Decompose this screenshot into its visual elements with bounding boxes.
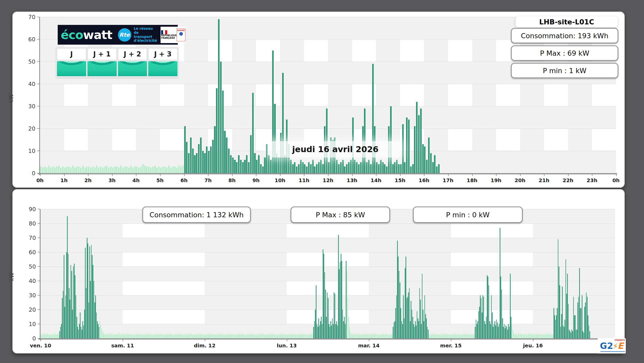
date-label: jeudi 16 avril 2026: [269, 141, 401, 158]
plot-band-cell: [424, 84, 448, 106]
ecowatt-signal-image-j1[interactable]: [87, 61, 117, 76]
standby-bar: [100, 326, 101, 338]
gridline: [41, 252, 615, 252]
standby-bar: [158, 335, 159, 338]
standby-bar: [42, 333, 43, 338]
ecowatt-signal-image-j3[interactable]: [148, 61, 177, 76]
consumption-bar: [566, 294, 567, 338]
standby-bar: [513, 333, 514, 338]
standby-bar: [104, 166, 106, 173]
consumption-bar: [424, 146, 425, 173]
x-tick: [232, 174, 233, 176]
consumption-bar: [270, 160, 272, 173]
consumption-bar: [477, 324, 477, 338]
x-tick: [533, 339, 533, 341]
consumption-bar: [557, 308, 558, 338]
standby-bar: [213, 334, 214, 338]
x-tick-label: 5h: [156, 177, 164, 183]
standby-bar: [174, 334, 175, 338]
consumption-bar: [248, 162, 250, 173]
standby-bar: [531, 333, 532, 338]
x-tick: [496, 174, 497, 176]
gridline: [40, 84, 616, 84]
ecowatt-signal-image-j[interactable]: [57, 61, 86, 76]
standby-bar: [541, 335, 541, 338]
standby-bar: [182, 165, 184, 173]
standby-bar: [351, 334, 352, 338]
consumption-bar: [585, 302, 586, 338]
standby-bar: [439, 334, 440, 338]
standby-bar: [539, 334, 540, 338]
day-button-j1[interactable]: J + 1: [87, 48, 117, 60]
standby-bar: [249, 334, 250, 338]
standby-bar: [463, 333, 464, 338]
consumption-bar: [428, 330, 429, 338]
consumption-bar: [258, 155, 260, 173]
standby-bar: [241, 334, 242, 338]
ademe-logo: ADEME: [177, 28, 185, 41]
ecowatt-signal-image-j2[interactable]: [118, 61, 147, 76]
x-tick: [328, 174, 329, 176]
standby-bar: [536, 335, 536, 338]
y-tick-label: 20: [20, 125, 35, 132]
consumption-bar: [74, 264, 75, 338]
consumption-bar: [344, 317, 345, 338]
standby-bar: [469, 335, 470, 338]
consumption-bar: [323, 249, 323, 338]
consumption-bar: [394, 322, 394, 338]
consumption-bar: [326, 109, 328, 173]
standby-bar: [202, 335, 203, 338]
plot-band-cell: [136, 84, 160, 106]
x-tick: [280, 174, 281, 176]
day-button-j2[interactable]: J + 2: [118, 48, 147, 60]
standby-bar: [239, 334, 240, 338]
standby-bar: [265, 335, 266, 338]
standby-bar: [160, 333, 161, 338]
standby-bar: [58, 335, 59, 338]
consumption-bar: [489, 285, 489, 338]
x-tick-label: 12h: [323, 177, 333, 183]
day-button-j3[interactable]: J + 3: [148, 48, 177, 60]
plot-band-cell: [280, 39, 304, 62]
consumption-bar: [589, 331, 590, 338]
consumption-bar: [497, 322, 498, 338]
consumption-bar: [82, 321, 83, 338]
consumption-bar: [575, 315, 576, 338]
standby-bar: [134, 166, 136, 173]
standby-bar: [375, 334, 375, 338]
consumption-bar: [412, 310, 412, 338]
standby-bar: [353, 335, 354, 338]
standby-bar: [130, 333, 130, 338]
consumption-bar: [236, 162, 237, 173]
plot-band-cell: [88, 84, 112, 106]
standby-bar: [149, 334, 150, 338]
standby-bar: [518, 333, 519, 338]
standby-bar: [124, 166, 126, 173]
standby-bar: [141, 335, 141, 338]
consumption-bar: [399, 271, 400, 338]
consumption-bar: [418, 115, 420, 173]
consumption-bar: [409, 288, 410, 338]
standby-bar: [295, 334, 296, 338]
standby-bar: [217, 335, 218, 338]
day-button-j[interactable]: J: [57, 48, 86, 60]
consumption-bar: [583, 333, 584, 338]
standby-bar: [120, 335, 121, 338]
standby-bar: [123, 334, 123, 338]
consumption-bar: [412, 317, 413, 338]
consumption-bar: [80, 312, 81, 338]
standby-bar: [544, 335, 545, 338]
standby-bar: [372, 334, 373, 338]
standby-bar: [367, 334, 368, 338]
standby-bar: [230, 333, 230, 338]
plot-band-cell: [232, 39, 256, 62]
consumption-bar: [244, 160, 245, 173]
standby-bar: [57, 334, 57, 338]
standby-bar: [109, 333, 110, 338]
y-tick-label: 60: [20, 36, 35, 43]
standby-bar: [204, 335, 205, 338]
consumption-bar: [66, 252, 67, 338]
standby-bar: [385, 334, 386, 338]
plot-band-cell: [369, 252, 451, 267]
standby-bar: [453, 335, 454, 338]
